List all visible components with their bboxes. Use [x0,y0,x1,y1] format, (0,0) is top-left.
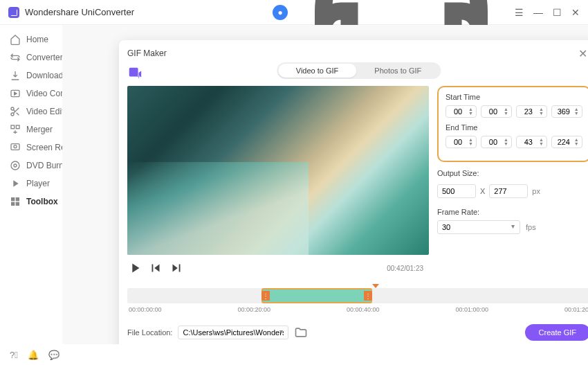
next-frame-button[interactable] [169,260,184,276]
x-separator: X [480,187,485,195]
svg-rect-11 [11,202,15,206]
prev-frame-button[interactable] [148,260,163,276]
user-avatar[interactable]: ● [273,5,288,20]
folder-icon[interactable] [294,326,308,339]
start-ms-stepper[interactable]: ▲▼ [551,105,582,118]
scissors-icon [10,106,21,117]
px-unit: px [532,187,540,195]
content-area: tor5 dataetadata CD. GIF Maker ✕ + Video… [62,25,588,344]
svg-point-2 [11,113,14,116]
svg-rect-3 [11,125,15,129]
close-window-icon[interactable]: ✕ [571,7,580,18]
sidebar-item-recorder[interactable]: Screen Recorder [0,139,62,157]
home-icon [10,34,21,45]
sidebar-item-label: Converter [26,53,62,62]
sidebar-item-editor[interactable]: Video Editor [0,103,62,121]
sidebar-item-home[interactable]: Home [0,30,62,48]
end-time-label: End Time [445,123,582,132]
svg-point-6 [14,145,17,148]
sidebar-item-label: Screen Recorder [26,143,62,152]
chevron-down-icon[interactable]: ▼ [468,112,473,116]
create-gif-button[interactable]: Create GIF [525,324,588,341]
play-button[interactable] [127,260,143,276]
sidebar-item-label: Video Compressor [26,89,62,98]
sidebar-item-label: Video Editor [26,107,62,116]
converter-icon [10,52,21,63]
sidebar: Home Converter Downloader Video Compress… [0,25,62,344]
sidebar-item-label: Player [26,179,50,188]
chevron-down-icon[interactable]: ▼ [574,142,579,146]
sidebar-item-downloader[interactable]: Downloader [0,66,62,84]
end-ms-stepper[interactable]: ▲▼ [551,136,582,148]
svg-point-7 [11,161,19,170]
sidebar-item-compressor[interactable]: Video Compressor [0,84,62,103]
mode-tabs: Video to GIF Photos to GIF [277,62,441,79]
sidebar-item-dvd[interactable]: DVD Burner [0,157,62,175]
play-icon [10,178,21,189]
output-height-input[interactable] [489,184,528,198]
sidebar-item-converter[interactable]: Converter [0,48,62,66]
svg-point-1 [11,107,14,110]
start-sec-stepper[interactable]: ▲▼ [516,105,547,118]
chevron-down-icon[interactable]: ▼ [468,142,473,146]
chevron-down-icon[interactable]: ▼ [504,142,508,146]
feedback-icon[interactable]: 💬 [48,350,59,360]
close-icon[interactable]: ✕ [576,47,588,60]
frame-rate-select[interactable]: 30 [437,220,520,234]
modal-title: GIF Maker [127,48,167,58]
maximize-icon[interactable]: ☐ [553,7,562,18]
video-preview[interactable] [127,86,429,255]
start-time-label: Start Time [445,93,582,101]
chevron-down-icon[interactable]: ▼ [539,112,544,116]
app-title: Wondershare UniConverter [25,7,273,17]
end-min-stepper[interactable]: ▲▼ [481,136,512,148]
sidebar-item-toolbox[interactable]: Toolbox [0,193,62,211]
toolbox-icon [10,196,21,207]
gif-maker-modal: GIF Maker ✕ + Video to GIF Photos to GIF… [119,40,588,365]
frame-rate-label: Frame Rate: [437,208,588,216]
svg-rect-4 [16,125,19,129]
recorder-icon [10,142,21,153]
file-location-label: File Location: [127,328,172,337]
time-range-section: Start Time ▲▼ ▲▼ ▲▼ ▲▼ End Time ▲▼ ▲▼ ▲▼ [437,86,588,162]
output-width-input[interactable] [437,184,476,198]
timeline-track[interactable] [127,288,588,303]
menu-icon[interactable]: ☰ [515,7,524,18]
app-logo-icon [8,7,19,18]
svg-rect-12 [16,202,19,206]
sidebar-item-player[interactable]: Player [0,175,62,193]
start-min-stepper[interactable]: ▲▼ [481,105,512,118]
end-hour-stepper[interactable]: ▲▼ [445,136,477,148]
svg-text:+: + [137,73,140,80]
sidebar-item-label: Downloader [26,71,62,80]
svg-rect-9 [11,197,15,201]
help-icon[interactable]: ?⃝ [10,350,18,360]
sidebar-item-merger[interactable]: Merger [0,121,62,139]
disc-icon [10,160,21,171]
file-location-input[interactable] [178,326,288,339]
compress-icon [10,88,21,99]
minimize-icon[interactable]: — [533,7,543,18]
chevron-down-icon[interactable]: ▼ [504,112,508,116]
download-icon [10,70,21,81]
add-video-icon[interactable]: + [127,65,143,80]
selection-segment[interactable] [261,288,372,303]
end-sec-stepper[interactable]: ▲▼ [516,136,547,148]
sidebar-item-label: Home [26,35,48,44]
footer: ?⃝ 🔔 💬 [0,344,588,365]
sidebar-item-label: DVD Burner [26,161,62,170]
chevron-down-icon[interactable]: ▼ [539,142,544,146]
bell-icon[interactable]: 🔔 [28,350,39,360]
tab-photos-to-gif[interactable]: Photos to GIF [356,64,439,78]
chevron-down-icon[interactable]: ▼ [574,112,579,116]
start-hour-stepper[interactable]: ▲▼ [445,105,477,118]
titlebar: Wondershare UniConverter ● ☰ — ☐ ✕ [0,0,588,25]
timeline: 00:00:00:00 00:00:20:00 00:00:40:00 00:0… [127,288,588,313]
tab-video-to-gif[interactable]: Video to GIF [278,64,357,78]
sidebar-item-label: Toolbox [26,197,58,206]
svg-rect-5 [11,144,19,150]
svg-point-8 [14,164,17,167]
merger-icon [10,124,21,135]
sidebar-item-label: Merger [26,125,53,134]
time-display: 00:42/01:23 [387,265,423,272]
